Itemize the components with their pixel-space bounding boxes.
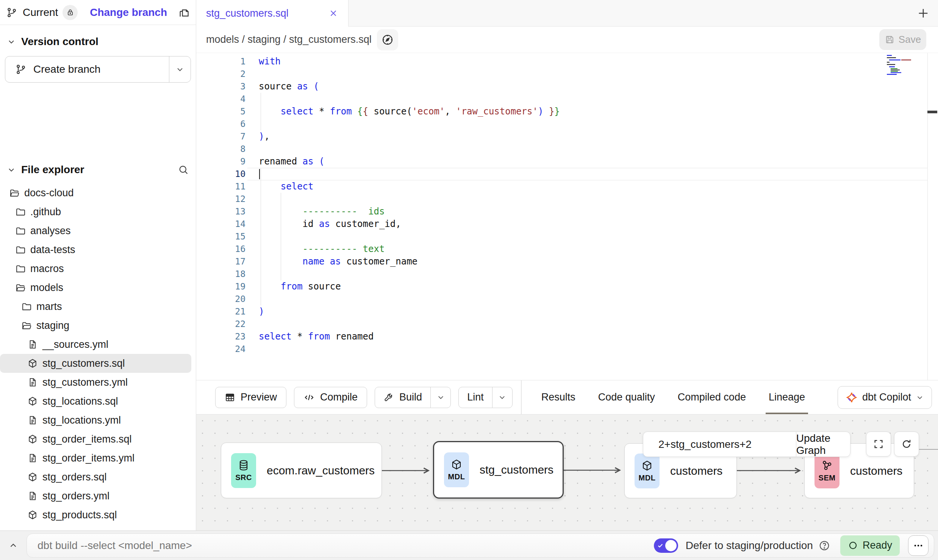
line-number: 23 [196,330,245,343]
version-control-header[interactable]: Version control [0,33,196,50]
editor-scrollbar[interactable] [927,53,938,380]
file-icon [27,377,38,388]
tree-item-marts[interactable]: marts [0,297,191,316]
node-label: customers [850,465,902,477]
build-button-group: Build [375,387,451,408]
node-label: customers [670,465,722,477]
folder-icon [15,225,26,236]
code-line: ), [259,130,270,143]
line-number: 2 [196,68,245,80]
tree-item-docs-cloud[interactable]: docs-cloud [0,183,191,202]
folder-icon [15,263,26,274]
toolbar-divider [521,380,522,415]
node-type-badge: SRC [231,453,256,488]
tab-compiled-code[interactable]: Compiled code [666,380,757,415]
lineage-node-src-ecom-raw-customers[interactable]: SRCecom.raw_customers [221,443,382,498]
tree-item-label: docs-cloud [24,187,74,199]
create-branch-dropdown[interactable] [169,56,191,82]
dbt-copilot-icon [846,391,858,404]
tab-label: Compiled code [678,391,746,403]
node-type-label: SRC [235,473,252,482]
tree-item-label: stg_orders.sql [42,471,107,483]
model-icon [641,460,653,472]
tree-item-stg-order-items-yml[interactable]: stg_order_items.yml [0,449,191,468]
change-branch-link[interactable]: Change branch [90,6,167,19]
file-icon [27,453,38,463]
build-button[interactable]: Build [375,387,430,408]
build-dropdown[interactable] [430,387,450,408]
lint-dropdown[interactable] [492,387,512,408]
lint-button[interactable]: Lint [459,387,492,408]
create-branch-button[interactable]: Create branch [5,56,191,83]
file-explorer-header[interactable]: File explorer [0,161,196,178]
line-number: 6 [196,118,245,130]
file-icon [27,415,38,425]
line-number: 15 [196,230,245,243]
tab-lineage[interactable]: Lineage [757,380,816,415]
defer-toggle[interactable] [654,538,678,553]
status-badge[interactable]: Ready [840,535,900,556]
model-icon [27,434,38,444]
plus-icon[interactable] [917,7,930,20]
ready-label: Ready [863,540,892,551]
tree-item-data-tests[interactable]: data-tests [0,240,191,259]
build-label: Build [399,391,422,403]
tab-results[interactable]: Results [530,380,587,415]
tab-code-quality[interactable]: Code quality [587,380,666,415]
dbt-copilot-button[interactable]: dbt Copilot [838,386,932,409]
node-label: stg_customers [480,463,553,476]
tree-item-stg-order-items-sql[interactable]: stg_order_items.sql [0,430,191,449]
check-icon [657,542,664,549]
command-input[interactable] [27,539,654,552]
help-icon[interactable] [818,540,830,552]
code-editor[interactable]: 1with23source as (45 select * from {{ so… [196,53,938,380]
preview-button[interactable]: Preview [215,387,286,408]
tree-item-stg-customers-yml[interactable]: stg_customers.yml [0,373,191,392]
search-icon[interactable] [178,164,189,175]
lineage-node-mdl-stg-customers[interactable]: MDLstg_customers [433,441,564,499]
tree-item-sources-yml[interactable]: __sources.yml [0,335,191,354]
create-branch-main[interactable]: Create branch [5,56,169,82]
tree-item-models[interactable]: models [0,278,191,297]
tab-stg-customers-sql[interactable]: stg_customers.sql [196,0,349,27]
node-type-label: MDL [448,472,465,481]
save-button[interactable]: Save [879,29,926,50]
tree-item-stg-orders-yml[interactable]: stg_orders.yml [0,486,191,505]
code-line: from source [259,280,341,293]
tree-item-stg-products-sql[interactable]: stg_products.sql [0,505,191,524]
code-line: ) [259,305,264,318]
copilot-compass-button[interactable] [377,29,398,50]
network-icon [821,460,833,472]
tree-item-analyses[interactable]: analyses [0,221,191,240]
tree-item-label: data-tests [30,244,75,256]
scrollbar-marker[interactable] [927,111,937,113]
editor-tab-bar: stg_customers.sql [196,0,938,27]
line-number: 10 [196,168,245,180]
tree-item-stg-locations-yml[interactable]: stg_locations.yml [0,411,191,430]
tree-item-github[interactable]: .github [0,202,191,221]
line-number: 11 [196,180,245,193]
expand-command-bar-button[interactable] [0,531,27,560]
refresh-button[interactable] [894,432,919,457]
close-icon[interactable] [328,8,338,18]
copy-icon[interactable] [178,7,190,18]
tree-item-stg-customers-sql[interactable]: stg_customers.sql [0,354,191,373]
tree-item-staging[interactable]: staging [0,316,191,335]
lineage-canvas[interactable]: SRCecom.raw_customersMDLstg_customersMDL… [196,414,938,531]
git-branch-icon [6,7,17,18]
code-line: ---------- ids [259,205,385,218]
minimap[interactable] [885,54,919,76]
compile-button[interactable]: Compile [294,387,367,408]
lineage-selector-input[interactable] [643,432,796,457]
version-control-title: Version control [21,36,98,48]
line-number: 21 [196,305,245,318]
model-icon [27,396,38,407]
tree-item-stg-orders-sql[interactable]: stg_orders.sql [0,468,191,486]
tree-item-macros[interactable]: macros [0,259,191,278]
model-icon [27,472,38,482]
fullscreen-button[interactable] [866,432,891,457]
more-options-button[interactable] [908,535,929,556]
tree-item-label: stg_products.sql [42,509,117,521]
update-graph-button[interactable]: Update Graph [796,432,850,457]
tree-item-stg-locations-sql[interactable]: stg_locations.sql [0,392,191,411]
